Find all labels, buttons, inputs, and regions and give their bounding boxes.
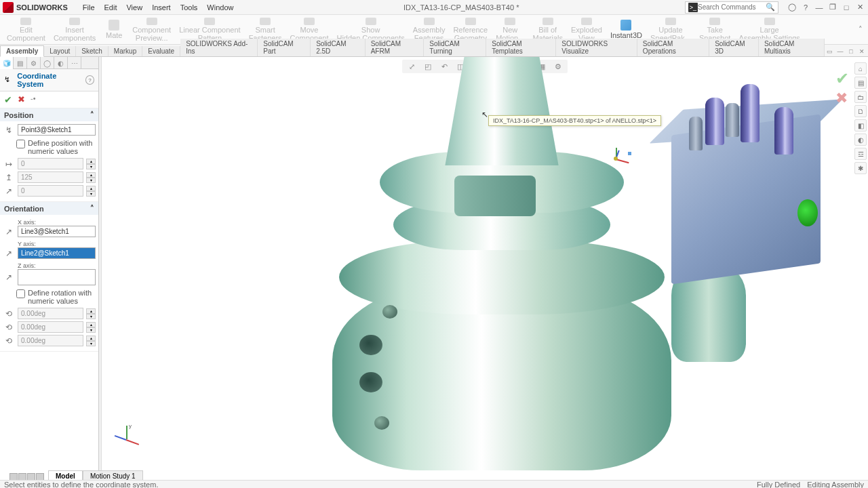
cm-tab-evaluate[interactable]: Evaluate [142, 46, 180, 56]
help-icon[interactable]: ? [800, 2, 811, 13]
pm-tab-appearance[interactable]: ◐ [54, 57, 68, 69]
origin-handle-icon[interactable] [628, 152, 631, 155]
pm-pin-button[interactable]: -• [31, 94, 36, 105]
model-part[interactable] [427, 57, 576, 165]
model-pin[interactable] [705, 98, 724, 145]
model-screw[interactable] [382, 305, 397, 319]
cm-tab-solidworks-add-ins[interactable]: SOLIDWORKS Add-Ins [180, 39, 258, 56]
model-pin[interactable] [741, 84, 760, 142]
restore-icon[interactable]: ❐ [827, 2, 838, 13]
rot-z-field[interactable]: 0.00deg [18, 335, 83, 346]
cm-tab-solidworks-visualize[interactable]: SOLIDWORKS Visualize [556, 39, 637, 56]
ribbon-component[interactable]: ComponentPreview... [128, 16, 175, 43]
x-axis-selection-field[interactable]: Line3@Sketch1 [18, 226, 96, 237]
taskpane-forum-icon[interactable]: ✱ [854, 162, 867, 174]
search-commands[interactable]: >_ 🔍 [685, 1, 778, 14]
y-axis-selection-field[interactable]: Line2@Sketch1 [18, 247, 96, 259]
pm-position-header[interactable]: Position ˄ [0, 108, 98, 121]
cm-tab-markup[interactable]: Markup [108, 46, 142, 56]
minimize-icon[interactable]: — [814, 2, 825, 13]
graphics-area[interactable]: ⤢ ◰ ↶ ◫ ⬚ ◐ 👁 🎨 ▦ ⚙ [102, 57, 868, 473]
cm-tab-layout[interactable]: Layout [44, 46, 76, 56]
taskpane-design-lib-icon[interactable]: 🗀 [854, 91, 867, 103]
pos-y-field[interactable]: 125 [18, 171, 83, 183]
taskpane-view-palette-icon[interactable]: ◧ [854, 119, 867, 131]
position-selection-field[interactable]: Point3@Sketch1 [18, 124, 96, 136]
cm-tab-solidcam-multiaxis[interactable]: SolidCAM Multiaxis [759, 39, 825, 56]
pm-help-icon[interactable]: ? [85, 75, 94, 85]
reverse-y-icon[interactable]: ↗ [3, 248, 15, 259]
pos-x-field[interactable]: 0 [18, 158, 83, 169]
model-hole[interactable] [359, 372, 382, 392]
origin-triad[interactable] [610, 157, 631, 178]
taskpane-file-explorer-icon[interactable]: 🗋 [854, 105, 867, 117]
pos-y-spinner[interactable]: ▴▾ [86, 172, 96, 183]
reference-triad[interactable]: y [114, 426, 141, 453]
model-part[interactable] [339, 240, 665, 314]
cm-tab-assembly[interactable]: Assembly [0, 45, 44, 57]
cm-tab-solidcam-2-5d[interactable]: SolidCAM 2.5D [311, 39, 366, 56]
model-hole[interactable] [359, 335, 382, 355]
define-position-numeric-checkbox[interactable]: Define position with numeric values [3, 138, 96, 158]
pos-z-field[interactable]: 0 [18, 185, 83, 197]
model-pin[interactable] [774, 107, 793, 155]
collapse-icon[interactable]: ˄ [90, 204, 94, 213]
maximize-icon[interactable]: □ [841, 2, 852, 13]
close-icon[interactable]: ✕ [854, 2, 865, 13]
cm-tab-sketch[interactable]: Sketch [76, 46, 108, 56]
ribbon-insert[interactable]: InsertComponents [50, 16, 100, 43]
taskpane-custom-props-icon[interactable]: ☲ [854, 148, 867, 160]
rot-x-field[interactable]: 0.00deg [18, 308, 83, 319]
menu-view[interactable]: View [122, 2, 146, 13]
origin-point-icon[interactable] [614, 157, 618, 161]
rot-y-field[interactable]: 0.00deg [18, 321, 83, 333]
taskpane-home-icon[interactable]: ⌂ [854, 62, 867, 75]
cm-tab-solidcam-part[interactable]: SolidCAM Part [258, 39, 311, 56]
define-position-numeric-input[interactable] [16, 140, 25, 148]
rot-y-spinner[interactable]: ▴▾ [86, 322, 96, 333]
rot-x-spinner[interactable]: ▴▾ [86, 308, 96, 319]
search-icon[interactable]: 🔍 [766, 3, 775, 12]
cm-tab-solidcam-afrm[interactable]: SolidCAM AFRM [366, 39, 425, 56]
confirm-ok-icon[interactable]: ✔ [835, 69, 849, 88]
ribbon-edit[interactable]: EditComponent [3, 16, 50, 43]
cm-tab-solidcam-turning[interactable]: SolidCAM Turning [424, 39, 486, 56]
model-pin[interactable] [689, 117, 703, 150]
cm-tab-solidcam-operations[interactable]: SolidCAM Operations [637, 39, 709, 56]
pm-ok-button[interactable]: ✔ [4, 94, 12, 105]
menu-tools[interactable]: Tools [176, 2, 202, 13]
ribbon-expand-icon[interactable]: ˄ [856, 22, 865, 37]
pm-tab-more[interactable]: ⋯ [68, 57, 81, 69]
taskpane-appearances-icon[interactable]: ◐ [854, 134, 867, 146]
pm-orientation-header[interactable]: Orientation ˄ [0, 202, 98, 215]
reverse-z-icon[interactable]: ↗ [3, 272, 15, 283]
model-part[interactable] [454, 176, 536, 216]
cm-tab-solidcam-3d[interactable]: SolidCAM 3D [709, 39, 759, 56]
z-axis-selection-field[interactable] [18, 269, 96, 285]
confirm-cancel-icon[interactable]: ✖ [835, 89, 849, 107]
pm-cancel-button[interactable]: ✖ [18, 94, 25, 105]
pos-x-spinner[interactable]: ▴▾ [86, 159, 96, 169]
pm-tab-display[interactable]: ◯ [41, 57, 54, 69]
menu-window[interactable]: Window [203, 2, 237, 13]
menu-edit[interactable]: Edit [100, 2, 121, 13]
pos-z-spinner[interactable]: ▴▾ [86, 186, 96, 197]
cm-tab-solidcam-templates[interactable]: SolidCAM Templates [486, 39, 556, 56]
define-rotation-numeric-input[interactable] [16, 289, 25, 298]
pm-tab-property[interactable]: ▤ [14, 57, 27, 69]
define-rotation-numeric-checkbox[interactable]: Define rotation with numeric values [3, 287, 96, 308]
reverse-x-icon[interactable]: ↗ [3, 226, 15, 237]
menu-insert[interactable]: Insert [148, 2, 175, 13]
user-icon[interactable]: ◯ [787, 2, 797, 13]
cm-max-icon[interactable]: □ [846, 47, 856, 56]
model-pin[interactable] [726, 103, 739, 137]
cm-min-icon[interactable]: — [835, 47, 845, 56]
cm-collapse-icon[interactable]: ▭ [825, 47, 834, 56]
collapse-icon[interactable]: ˄ [90, 110, 94, 119]
pm-tab-feature[interactable]: 🧊 [0, 57, 14, 69]
cm-close-icon[interactable]: ✕ [857, 47, 867, 56]
menu-file[interactable]: File [79, 2, 99, 13]
model-bore-green[interactable] [797, 199, 818, 226]
search-input[interactable] [698, 3, 766, 11]
model-screw[interactable] [374, 416, 389, 430]
